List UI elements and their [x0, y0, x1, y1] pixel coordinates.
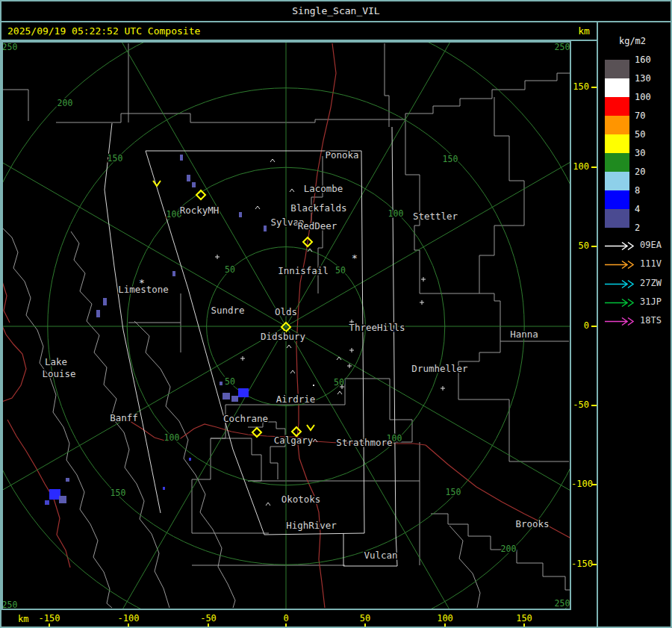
precip-cell — [163, 487, 165, 490]
precip-cell — [231, 396, 238, 402]
legend-swatch — [605, 134, 629, 153]
plus-marker-icon — [421, 277, 426, 282]
axis-tick-mark — [285, 624, 287, 628]
ring-distance-label: 150 — [443, 154, 458, 164]
plus-marker-icon — [441, 386, 445, 391]
dot-marker-icon — [313, 385, 314, 386]
axis-tick-label: 0 — [268, 613, 304, 624]
axis-tick-label: 150 — [571, 81, 589, 92]
legend-swatch — [605, 190, 629, 209]
city-label: Brooks — [515, 518, 549, 529]
precip-cell — [59, 496, 66, 503]
ring-distance-label: 250 — [555, 43, 570, 52]
axis-tick-label: -100 — [111, 613, 146, 624]
right-distance-axis: 150100500-50-100-150 — [571, 22, 597, 628]
city-label: Strathmore — [336, 437, 392, 448]
city-label: Cochrane — [223, 413, 268, 424]
plus-marker-icon — [215, 255, 220, 259]
legend-value: 20 — [635, 166, 665, 178]
ring-distance-label: 150 — [111, 488, 126, 498]
axis-tick-mark — [591, 405, 597, 406]
site-legend-row: 18TS — [604, 315, 671, 327]
legend-swatch — [605, 60, 629, 78]
city-label: Vulcan — [364, 550, 397, 561]
city-label: RockyMH — [180, 205, 220, 216]
legend-swatch — [605, 153, 629, 172]
axis-tick-mark — [49, 624, 50, 628]
legend-value: 4 — [635, 203, 665, 215]
county-boundary — [3, 90, 28, 121]
site-arrow-icon — [604, 260, 637, 270]
legend-value: 50 — [635, 128, 665, 140]
site-id-label: 18TS — [640, 315, 662, 326]
site-legend-row: 31JP — [604, 296, 671, 308]
city-label: Innisfail — [278, 265, 329, 276]
axis-tick-label: 150 — [506, 613, 542, 624]
city-label: Louise — [42, 368, 75, 379]
radar-map[interactable]: 5050505010010010010015015015015020020025… — [3, 43, 570, 609]
window-title-bar[interactable]: Single_Scan_VIL — [1, 1, 671, 22]
legend-swatch — [605, 116, 629, 134]
caret-marker-icon — [308, 249, 312, 252]
county-boundary — [3, 227, 112, 608]
axis-tick-label: 50 — [347, 613, 383, 624]
county-boundary — [56, 114, 405, 122]
bottom-distance-axis: km-150-100-50050100150 — [1, 610, 597, 628]
ring-distance-label: 50 — [225, 264, 235, 275]
plus-marker-icon — [420, 300, 424, 305]
site-arrow-icon — [604, 298, 637, 308]
ring-distance-label: 200 — [501, 544, 517, 554]
plus-marker-icon — [240, 356, 245, 361]
highway-road — [3, 279, 10, 323]
caret-marker-icon — [337, 391, 342, 394]
city-label: Banff — [110, 412, 138, 423]
bottom-axis-unit: km — [18, 614, 28, 624]
caret-marker-icon — [337, 357, 341, 360]
precip-cell — [45, 500, 49, 505]
legend-value: 100 — [635, 91, 665, 103]
city-label: Stettler — [413, 211, 458, 222]
axis-tick-label: -50 — [571, 400, 589, 410]
axis-tick-mark — [591, 167, 597, 168]
site-legend-row: 09EA — [604, 240, 671, 252]
window-title: Single_Scan_VIL — [292, 5, 379, 16]
precip-cell — [187, 175, 190, 181]
caret-marker-icon — [270, 159, 275, 162]
precip-cell — [192, 182, 196, 187]
axis-tick-mark — [591, 87, 597, 88]
city-label: Sundre — [211, 305, 244, 316]
legend-swatch — [605, 209, 629, 228]
highway-road — [7, 420, 70, 568]
axis-tick-label: -100 — [571, 479, 589, 489]
azimuth-radial — [77, 326, 286, 609]
axis-tick-label: 100 — [427, 613, 463, 624]
precip-cell — [96, 310, 100, 317]
caret-marker-icon — [290, 189, 294, 192]
axis-tick-label: -50 — [190, 613, 226, 624]
coverage-sector-outline — [392, 127, 397, 566]
county-boundary — [385, 43, 389, 127]
radar-site-chevron-icon — [153, 181, 161, 186]
radar-site-chevron-icon — [307, 425, 314, 430]
info-strip: 2025/09/19 05:22:52 UTC Composite km — [1, 22, 597, 41]
legend-value: 160 — [635, 54, 665, 66]
ring-distance-label: 100 — [164, 432, 180, 443]
axis-tick-label: -150 — [31, 613, 67, 624]
city-label: RedDeer — [298, 220, 337, 231]
county-boundary — [211, 438, 261, 481]
coverage-sector-outline — [105, 123, 161, 513]
caret-marker-icon — [266, 503, 270, 506]
azimuth-radial — [286, 326, 570, 535]
county-boundary — [420, 293, 500, 341]
city-label: Blackfalds — [290, 202, 346, 214]
site-arrow-icon — [604, 317, 637, 326]
site-legend-row: 27ZW — [604, 278, 671, 290]
legend-swatch — [605, 97, 629, 116]
precip-cell — [238, 388, 249, 397]
site-id-label: 09EA — [640, 240, 662, 250]
coverage-sector-outline — [264, 533, 364, 535]
legend-value: 130 — [635, 72, 665, 84]
ring-distance-label: 150 — [446, 487, 461, 497]
precip-cell — [239, 212, 242, 217]
highway-road — [3, 324, 26, 402]
